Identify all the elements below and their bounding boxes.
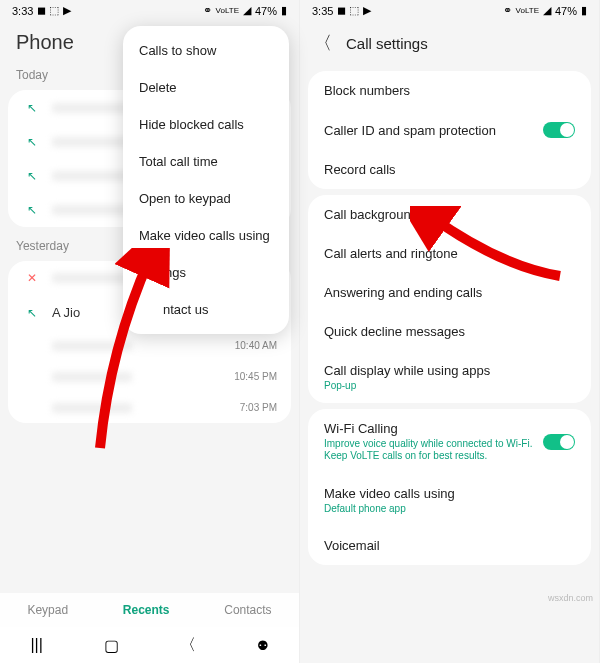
- outgoing-icon: ↖: [22, 135, 42, 149]
- overflow-menu: Calls to show Delete Hide blocked calls …: [123, 26, 289, 334]
- call-time: 10:45 PM: [234, 371, 277, 382]
- menu-video-calls[interactable]: Make video calls using: [123, 217, 289, 254]
- tab-contacts[interactable]: Contacts: [224, 603, 271, 617]
- redacted-name: [52, 137, 132, 147]
- battery-text: 47%: [555, 5, 577, 17]
- call-time: 7:03 PM: [240, 402, 277, 413]
- battery-text: 47%: [255, 5, 277, 17]
- setting-call-background[interactable]: Call background: [308, 195, 591, 234]
- signal-icon: ◢: [543, 4, 551, 17]
- menu-total-time[interactable]: Total call time: [123, 143, 289, 180]
- status-time: 3:35: [312, 5, 333, 17]
- caller-id-toggle[interactable]: [543, 122, 575, 138]
- menu-calls-to-show[interactable]: Calls to show: [123, 32, 289, 69]
- phone-app-panel: 3:33 ◼ ⬚ ▶ ⚭ VoLTE ◢ 47% ▮ Phone Today ↖…: [0, 0, 300, 663]
- redacted-name: [52, 103, 132, 113]
- outgoing-icon: ↖: [22, 306, 42, 320]
- redacted-name: [52, 205, 132, 215]
- back-icon[interactable]: 〈: [314, 31, 332, 55]
- battery-icon: ▮: [281, 4, 287, 17]
- home-nav-icon[interactable]: ▢: [104, 636, 119, 655]
- redacted-name: [52, 273, 132, 283]
- battery-icon: ▮: [581, 4, 587, 17]
- contact-icon: ✕: [22, 271, 42, 285]
- recents-nav-icon[interactable]: |||: [30, 636, 42, 654]
- bottom-tabs: Keypad Recents Contacts: [0, 593, 299, 627]
- android-navbar: ||| ▢ 〈 ⚉: [0, 627, 299, 663]
- menu-hide-blocked[interactable]: Hide blocked calls: [123, 106, 289, 143]
- bluetooth-icon: ⚭: [503, 4, 512, 17]
- setting-wifi-calling[interactable]: Wi-Fi Calling Improve voice quality whil…: [308, 409, 591, 474]
- call-row[interactable]: 10:45 PM: [8, 361, 291, 392]
- back-nav-icon[interactable]: 〈: [180, 635, 196, 656]
- redacted-name: [52, 372, 132, 382]
- status-app-icons: ◼ ⬚ ▶: [337, 4, 370, 17]
- setting-record-calls[interactable]: Record calls: [308, 150, 591, 189]
- settings-group-3: Wi-Fi Calling Improve voice quality whil…: [308, 409, 591, 565]
- setting-caller-id[interactable]: Caller ID and spam protection: [308, 110, 591, 150]
- call-time: 10:40 AM: [235, 340, 277, 351]
- setting-block-numbers[interactable]: Block numbers: [308, 71, 591, 110]
- status-bar-left: 3:33 ◼ ⬚ ▶ ⚭ VoLTE ◢ 47% ▮: [0, 0, 299, 21]
- wifi-calling-toggle[interactable]: [543, 434, 575, 450]
- volte-icon: VoLTE: [216, 6, 239, 15]
- outgoing-icon: ↖: [22, 203, 42, 217]
- call-settings-panel: 3:35 ◼ ⬚ ▶ ⚭ VoLTE ◢ 47% ▮ 〈 Call settin…: [300, 0, 600, 663]
- page-title: Call settings: [346, 35, 428, 52]
- menu-contact-us[interactable]: ntact us: [123, 291, 289, 328]
- tab-keypad[interactable]: Keypad: [27, 603, 68, 617]
- accessibility-icon[interactable]: ⚉: [257, 638, 269, 653]
- setting-call-alerts[interactable]: Call alerts and ringtone: [308, 234, 591, 273]
- bluetooth-icon: ⚭: [203, 4, 212, 17]
- volte-icon: VoLTE: [516, 6, 539, 15]
- call-row[interactable]: 7:03 PM: [8, 392, 291, 423]
- status-bar-right: 3:35 ◼ ⬚ ▶ ⚭ VoLTE ◢ 47% ▮: [300, 0, 599, 21]
- status-time: 3:33: [12, 5, 33, 17]
- watermark: wsxdn.com: [548, 593, 593, 603]
- setting-call-display[interactable]: Call display while using apps Pop-up: [308, 351, 591, 403]
- settings-group-2: Call background Call alerts and ringtone…: [308, 195, 591, 403]
- setting-decline-messages[interactable]: Quick decline messages: [308, 312, 591, 351]
- status-app-icons: ◼ ⬚ ▶: [37, 4, 70, 17]
- call-row[interactable]: 10:40 AM: [8, 330, 291, 361]
- setting-answering[interactable]: Answering and ending calls: [308, 273, 591, 312]
- outgoing-icon: ↖: [22, 101, 42, 115]
- settings-group-1: Block numbers Caller ID and spam protect…: [308, 71, 591, 189]
- redacted-name: [52, 171, 132, 181]
- menu-settings[interactable]: Settings: [123, 254, 289, 291]
- setting-video-calls-using[interactable]: Make video calls using Default phone app: [308, 474, 591, 526]
- settings-header: 〈 Call settings: [300, 21, 599, 65]
- menu-open-keypad[interactable]: Open to keypad: [123, 180, 289, 217]
- signal-icon: ◢: [243, 4, 251, 17]
- redacted-name: [52, 341, 132, 351]
- menu-delete[interactable]: Delete: [123, 69, 289, 106]
- redacted-name: [52, 403, 132, 413]
- tab-recents[interactable]: Recents: [123, 603, 170, 617]
- outgoing-icon: ↖: [22, 169, 42, 183]
- setting-voicemail[interactable]: Voicemail: [308, 526, 591, 565]
